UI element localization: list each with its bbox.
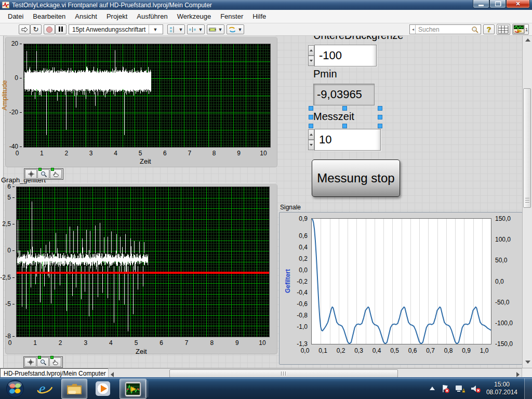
axis-tick-label: 1,0	[477, 347, 491, 354]
menu-item-projekt[interactable]: Projekt	[102, 10, 132, 22]
scroll-down-arrow[interactable]	[525, 361, 530, 364]
increment-button[interactable]	[308, 45, 314, 56]
chevron-down-icon: ▼	[179, 27, 183, 32]
untere-druckgrenze-field[interactable]: -100	[314, 45, 377, 66]
gefiltert-plot	[16, 187, 270, 337]
axis-tick-label: 2	[54, 339, 67, 347]
abort-button[interactable]	[44, 24, 55, 34]
restore-button[interactable]	[489, 0, 506, 8]
messzeit-field[interactable]: 10	[314, 129, 381, 151]
axis-tick-label: 20	[2, 40, 22, 47]
taskbar-clock[interactable]: 15:00 08.07.2014	[486, 381, 517, 396]
menu-item-bearbeiten[interactable]: Bearbeiten	[28, 10, 70, 22]
menu-item-ausfhren[interactable]: Ausführen	[132, 10, 172, 22]
chevron-down-icon: ▼	[153, 27, 157, 32]
menu-item-hilfe[interactable]: Hilfe	[248, 10, 271, 22]
taskbar-item-media-player[interactable]	[90, 379, 115, 398]
vi-icon-badge: 1	[525, 27, 528, 32]
cursor-tool-button[interactable]	[24, 357, 36, 367]
messung-stop-button[interactable]: Messung stop	[312, 159, 400, 197]
selection-handle[interactable]	[342, 106, 347, 111]
taskbar-item-internet-explorer[interactable]: e	[32, 379, 57, 398]
horizontal-scrollbar[interactable]	[108, 368, 522, 378]
pan-tool-button[interactable]	[50, 169, 62, 179]
show-desktop-button[interactable]	[524, 378, 532, 399]
action-center-icon[interactable]	[441, 384, 450, 393]
search-history-icon[interactable]: ◂	[412, 27, 414, 32]
selection-handle[interactable]	[378, 106, 382, 111]
scroll-right-arrow[interactable]	[516, 372, 520, 377]
menu-item-ansicht[interactable]: Ansicht	[70, 10, 102, 22]
scroll-up-arrow[interactable]	[525, 38, 530, 42]
axis-tick-label: 8	[207, 150, 221, 157]
pause-button[interactable]	[55, 24, 66, 34]
cursor-crosshair-icon	[28, 171, 34, 177]
minimize-button[interactable]	[473, 0, 489, 8]
help-button[interactable]: ?	[483, 24, 495, 34]
font-settings-dropdown[interactable]: 15pt Anwendungsschriftart ▼	[69, 24, 163, 34]
untere-druckgrenze-spinner[interactable]	[308, 45, 314, 66]
decrement-button[interactable]	[308, 56, 314, 66]
down-arrow-icon	[310, 144, 313, 146]
run-continuous-icon: ↻	[33, 25, 39, 33]
align-objects-dropdown[interactable]: ▼	[167, 24, 185, 34]
tool-led	[50, 356, 54, 359]
zoom-tool-button[interactable]	[37, 169, 49, 179]
window-grid-button[interactable]	[497, 24, 510, 35]
run-continuous-button[interactable]: ↻	[30, 24, 42, 34]
taskbar-item-explorer[interactable]	[61, 379, 87, 399]
volume-muted-icon[interactable]	[471, 384, 481, 393]
increment-button[interactable]	[308, 129, 314, 140]
axis-tick-label: 0,3	[352, 347, 366, 354]
close-button[interactable]: ✕	[506, 0, 530, 8]
menu-item-datei[interactable]: Datei	[3, 10, 28, 22]
selection-handle[interactable]	[378, 124, 382, 128]
cursor-crosshair-icon	[28, 359, 34, 365]
selection-handle[interactable]	[378, 115, 382, 119]
vertical-scrollbar[interactable]	[522, 35, 532, 368]
vertical-scroll-thumb[interactable]	[523, 88, 531, 208]
vi-icon-button[interactable]: 1	[512, 24, 529, 35]
menu-bar: DateiBearbeitenAnsichtProjektAusführenWe…	[0, 10, 532, 23]
axis-tick-label: 7	[183, 150, 196, 157]
pmin-label: Pmin	[313, 68, 337, 80]
cursor-tool-button[interactable]	[25, 169, 37, 179]
graph1-palette	[24, 168, 63, 180]
front-panel: Graph_gefiltert Signale UntereDruckgrenz…	[0, 35, 532, 368]
thumb-grip	[525, 198, 529, 203]
signale-chart-label: Signale	[280, 204, 301, 211]
search-box[interactable]: ◂ Suchen	[409, 24, 481, 34]
axis-tick-label: 5	[129, 339, 143, 347]
horizontal-scroll-thumb[interactable]	[169, 369, 398, 378]
selection-handle[interactable]	[309, 106, 313, 111]
axis-tick-label: 5	[134, 150, 147, 157]
untere-druckgrenze-label: UntereDruckgrenze	[313, 35, 403, 42]
selection-handle[interactable]	[342, 124, 347, 128]
start-button[interactable]	[4, 379, 26, 398]
reorder-dropdown[interactable]: ▼	[227, 24, 244, 34]
run-button[interactable]	[19, 24, 30, 34]
resize-objects-dropdown[interactable]: ▼	[207, 24, 224, 34]
up-arrow-icon	[310, 134, 313, 136]
distribute-objects-dropdown[interactable]: ▼	[187, 24, 205, 34]
show-hidden-icons-button[interactable]	[429, 386, 435, 391]
stacked-windows-indicator	[145, 380, 148, 397]
pan-tool-button[interactable]	[49, 357, 61, 367]
thumb-grip	[281, 371, 286, 376]
scroll-left-arrow[interactable]	[111, 372, 114, 377]
close-icon: ✕	[515, 1, 520, 7]
axis-tick-label: -0,6	[286, 300, 308, 308]
menu-item-fenster[interactable]: Fenster	[216, 10, 248, 22]
zoom-tool-button[interactable]	[37, 357, 49, 367]
selection-handle[interactable]	[309, 124, 313, 128]
messzeit-spinner[interactable]	[308, 129, 314, 150]
network-status-icon[interactable]	[455, 384, 466, 393]
selection-handle[interactable]	[309, 115, 313, 119]
axis-tick-label: 0,2	[334, 347, 348, 354]
menu-item-werkzeuge[interactable]: Werkzeuge	[172, 10, 216, 22]
axis-tick-label: 0	[0, 247, 15, 254]
decrement-button[interactable]	[308, 140, 314, 150]
signale-plot-canvas	[312, 219, 491, 344]
axis-tick-label: 0,4	[370, 347, 383, 354]
taskbar-item-labview[interactable]	[119, 379, 147, 399]
